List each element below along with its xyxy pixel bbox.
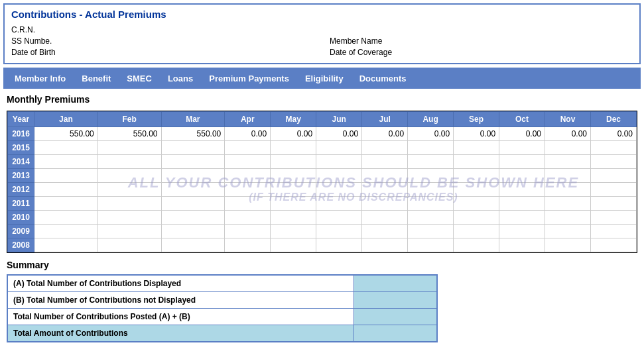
- year-cell: 2014: [8, 155, 34, 169]
- cell-feb: [97, 225, 161, 238]
- cell-sep: [454, 183, 499, 197]
- cell-aug: [408, 238, 454, 252]
- cell-feb: [97, 211, 161, 225]
- cell-may: [271, 155, 316, 169]
- cell-jun: [316, 155, 362, 169]
- cell-jun: [316, 169, 362, 183]
- table-row: 2013: [8, 169, 637, 183]
- ss-label: SS Numbe.: [11, 36, 144, 46]
- cell-sep: [454, 211, 499, 225]
- cell-aug: [408, 211, 454, 225]
- summary-label: Total Number of Contributions Posted (A)…: [7, 309, 354, 325]
- cell-jun: [316, 211, 362, 225]
- cell-apr: 0.00: [225, 127, 271, 141]
- cell-may: [271, 197, 316, 211]
- nav-item-loans[interactable]: Loans: [160, 70, 201, 87]
- cell-jul: [362, 238, 408, 252]
- member-name-label: Member Name: [330, 36, 382, 46]
- premium-table: Year Jan Feb Mar Apr May Jun Jul Aug Sep…: [7, 111, 637, 252]
- cell-may: [271, 238, 316, 252]
- col-mar: Mar: [161, 112, 225, 127]
- cell-dec: [591, 169, 637, 183]
- cell-mar: [161, 141, 225, 155]
- year-cell: 2009: [8, 225, 34, 238]
- nav-item-member-info[interactable]: Member Info: [7, 70, 74, 87]
- cell-oct: [499, 238, 545, 252]
- header-bar: Contributions - Actual Premiums C.R.N. S…: [3, 3, 641, 64]
- nav-item-documents[interactable]: Documents: [352, 70, 415, 87]
- cell-dec: [591, 141, 637, 155]
- col-jan: Jan: [34, 112, 98, 127]
- cell-jun: [316, 141, 362, 155]
- cell-mar: [161, 169, 225, 183]
- cell-jun: [316, 225, 362, 238]
- cell-may: [271, 141, 316, 155]
- col-nov: Nov: [545, 112, 591, 127]
- cell-mar: [161, 225, 225, 238]
- summary-title: Summary: [7, 260, 637, 270]
- table-row: 2016550.00550.00550.000.000.000.000.000.…: [8, 127, 637, 141]
- nav-item-premium-payments[interactable]: Premium Payments: [201, 70, 297, 87]
- cell-aug: 0.00: [408, 127, 454, 141]
- summary-table: (A) Total Number of Contributions Displa…: [7, 274, 438, 342]
- col-apr: Apr: [225, 112, 271, 127]
- cell-jun: [316, 197, 362, 211]
- cell-jul: [362, 197, 408, 211]
- summary-label: (A) Total Number of Contributions Displa…: [7, 275, 354, 292]
- cell-aug: [408, 225, 454, 238]
- cell-apr: [225, 183, 271, 197]
- summary-value: [354, 292, 437, 309]
- nav-item-smec[interactable]: SMEC: [119, 70, 160, 87]
- cell-nov: [545, 211, 591, 225]
- cell-nov: [545, 169, 591, 183]
- cell-jan: [34, 225, 98, 238]
- cell-jan: [34, 211, 98, 225]
- cell-sep: [454, 141, 499, 155]
- summary-label: (B) Total Number of Contributions not Di…: [7, 292, 354, 309]
- col-year: Year: [8, 112, 34, 127]
- cell-nov: [545, 238, 591, 252]
- cell-oct: [499, 211, 545, 225]
- cell-jul: [362, 169, 408, 183]
- col-oct: Oct: [499, 112, 545, 127]
- summary-row: Total Amount of Contributions: [7, 325, 437, 342]
- cell-mar: [161, 155, 225, 169]
- nav-item-benefit[interactable]: Benefit: [74, 70, 119, 87]
- year-cell: 2013: [8, 169, 34, 183]
- cell-nov: [545, 141, 591, 155]
- cell-feb: [97, 141, 161, 155]
- cell-oct: [499, 197, 545, 211]
- cell-nov: [545, 183, 591, 197]
- col-may: May: [271, 112, 316, 127]
- cell-feb: [97, 197, 161, 211]
- cell-jan: 550.00: [34, 127, 98, 141]
- cell-nov: [545, 197, 591, 211]
- nav-item-eligibility[interactable]: Eligibility: [297, 70, 352, 87]
- cell-oct: [499, 141, 545, 155]
- cell-aug: [408, 183, 454, 197]
- cell-mar: [161, 197, 225, 211]
- cell-nov: [545, 155, 591, 169]
- cell-sep: [454, 197, 499, 211]
- cell-nov: [545, 225, 591, 238]
- cell-apr: [225, 211, 271, 225]
- cell-dec: [591, 225, 637, 238]
- cell-jul: [362, 155, 408, 169]
- cell-aug: [408, 155, 454, 169]
- cell-dec: [591, 238, 637, 252]
- cell-oct: [499, 225, 545, 238]
- year-cell: 2011: [8, 197, 34, 211]
- table-row: 2008: [8, 238, 637, 252]
- cell-sep: 0.00: [454, 127, 499, 141]
- cell-jul: [362, 183, 408, 197]
- cell-oct: [499, 183, 545, 197]
- cell-dec: [591, 211, 637, 225]
- col-sep: Sep: [454, 112, 499, 127]
- cell-jan: [34, 197, 98, 211]
- crn-label: C.R.N.: [11, 25, 144, 34]
- cell-nov: 0.00: [545, 127, 591, 141]
- cell-sep: [454, 169, 499, 183]
- cell-jan: [34, 141, 98, 155]
- dob-label: Date of Birth: [11, 48, 144, 57]
- cell-sep: [454, 225, 499, 238]
